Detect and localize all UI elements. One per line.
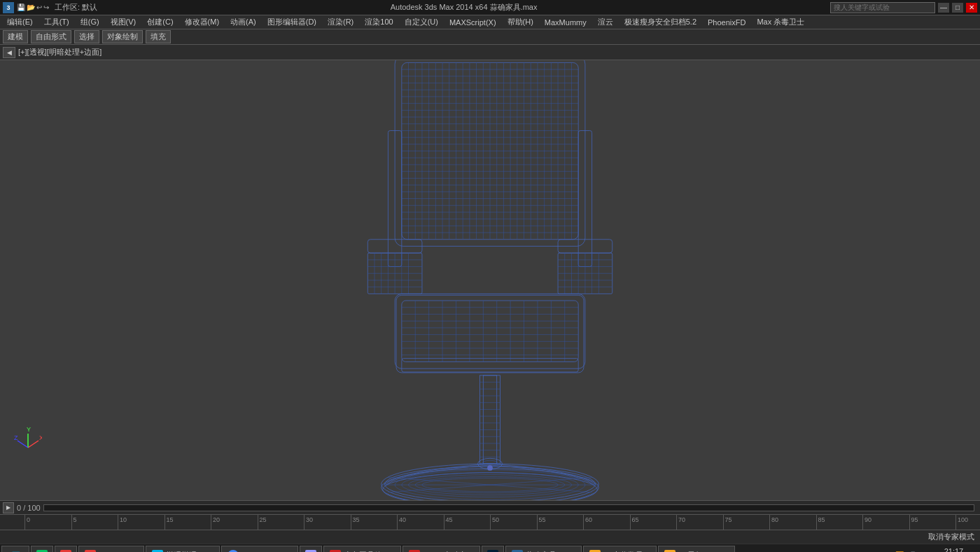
ruler-tick: 10 [118,515,127,530]
menu-item[interactable]: 创建(C) [141,15,178,29]
ruler: 0510152025303540455055606570758085909510… [0,514,980,530]
toolbar-btn-2[interactable]: 选择 [74,30,99,43]
menu-item[interactable]: 编辑(E) [1,15,38,29]
toolbar-btn-0[interactable]: 建模 [3,30,28,43]
minimize-button[interactable]: — [938,3,949,13]
youtube-window[interactable]: ● (2) YouTube ... [221,546,298,553]
icon4: ↪ [43,4,49,11]
search-input[interactable] [830,2,935,13]
folder-k-icon: 📁 [589,550,601,553]
app-logo: 3 [3,2,14,13]
workspace-label: 工作区: 默认 [55,2,97,13]
chrome-icon: ● [227,550,239,553]
xiaomao-window[interactable]: 丸 小丸工具箱 2... [323,546,401,553]
toolbar1: 建模自由形式选择对象绘制填充 [0,29,980,45]
icon3: ↩ [36,4,42,11]
adobe-ae-button[interactable]: Ae [300,546,322,553]
close-button[interactable]: ✕ [966,3,977,13]
system-tray: ▲ 📶 🔊 ⌨ 21:17 2021-02-27 [878,547,979,552]
menu-item[interactable]: 视图(V) [105,15,142,29]
camtasia-icon: C [60,550,71,553]
ruler-tick: 85 [816,515,825,530]
xiaomao-icon: 丸 [330,550,341,553]
photoshop-button[interactable]: Ps [482,546,504,553]
svg-line-137 [18,441,28,448]
menu-item[interactable]: 渲染(R) [322,15,359,29]
camtasia-window[interactable]: C Camtasia 9 [78,546,144,553]
titlebar-left: 3 💾 📂 ↩ ↪ 工作区: 默认 [3,2,97,13]
ruler-tick: 60 [583,515,592,530]
svg-rect-102 [402,359,578,372]
timeline-bar[interactable] [43,504,974,511]
axes-indicator: X Y Z [14,423,42,458]
svg-text:X: X [39,434,42,441]
menu-item[interactable]: 图形编辑器(D) [262,15,322,29]
svg-rect-80 [395,294,585,368]
ruler-tick: 20 [211,515,220,530]
bilibili-window[interactable]: 哔 拼哩拼哩（*... [146,546,220,553]
menu-item[interactable]: 渲云 [592,15,619,29]
wechat-icon: W [36,550,48,553]
ruler-tick: 80 [769,515,778,530]
svg-rect-105 [483,375,496,464]
svg-rect-104 [479,375,500,464]
menu-item[interactable]: 渲染100 [359,15,398,29]
ae-icon: Ae [305,550,316,553]
tray-network-icon: 📶 [894,550,905,553]
folder-e-window[interactable]: 📁 E:\天行2020\... [658,546,735,553]
menu-item[interactable]: 自定义(U) [399,15,444,29]
camtasia-icon-tray[interactable]: C [55,546,77,553]
chair-wireframe: .wf { stroke: #4466bb; stroke-width: 0.8… [343,60,637,500]
clock[interactable]: 21:17 2021-02-27 [932,547,976,552]
3dsmax-icon: 3 [512,550,523,553]
nav-left[interactable]: ◀ [3,47,15,58]
ruler-tick: 40 [397,515,406,530]
timeline-time: 0 / 100 [17,504,41,512]
wechat-button[interactable]: W [31,546,53,553]
menu-item[interactable]: PhoenixFD [702,17,751,28]
titlebar-title: Autodesk 3ds Max 2014 x64 蒜确家具.max [391,2,538,13]
menu-item[interactable]: 帮助(H) [502,15,539,29]
bilibili-icon: 哔 [152,550,163,553]
ruler-tick: 90 [862,515,872,530]
maximize-button[interactable]: □ [952,3,963,13]
svg-rect-103 [396,295,584,373]
menu-item[interactable]: 极速瘦身安全归档5.2 [619,15,702,29]
secondary-toolbar: ◀ [+][透视][明暗处理+边面] [0,45,980,60]
start-button[interactable]: ⊞ [1,546,29,553]
menu-item[interactable]: 工具(T) [38,15,75,29]
titlebar-icons: 💾 📂 ↩ ↪ [17,4,49,11]
menubar: 编辑(E)工具(T)组(G)视图(V)创建(C)修改器(M)动画(A)图形编辑器… [0,15,980,29]
menu-item[interactable]: MAXScript(X) [444,17,502,28]
ruler-tick: 45 [444,515,453,530]
menu-item[interactable]: 组(G) [75,15,105,29]
folder-k-window[interactable]: 📁 K:\古代数凤... [583,546,657,553]
file247-window[interactable]: 丸 №247电动办... [402,546,479,553]
statusbar: 取消专家模式 [0,530,980,544]
folder-e-icon: 📁 [664,550,676,553]
menu-item[interactable]: MaxMummy [539,17,592,28]
3dsmax-window[interactable]: 3 蒜确家具.ma... [505,546,582,553]
menu-item[interactable]: 修改器(M) [179,15,225,29]
file247-icon: 丸 [409,550,420,553]
icon2: 📂 [27,4,35,11]
viewport-info: [+][透视][明暗处理+边面] [18,47,102,57]
icon1: 💾 [17,4,25,11]
viewport-area: .wf { stroke: #4466bb; stroke-width: 0.8… [0,60,980,500]
toolbar-btn-3[interactable]: 对象绘制 [102,30,143,43]
play-button[interactable]: ▶ [3,502,14,513]
windows-logo-icon: ⊞ [11,548,20,552]
photoshop-icon: Ps [487,550,498,553]
toolbar-btn-4[interactable]: 填充 [146,30,171,43]
ruler-tick: 55 [537,515,546,530]
timeline: ▶ 0 / 100 [0,500,980,514]
titlebar-right: — □ ✕ [830,2,977,13]
ruler-tick: 30 [304,515,313,530]
toolbar-btn-1[interactable]: 自由形式 [31,30,71,43]
svg-line-133 [28,441,38,448]
status-text: 取消专家模式 [928,532,974,542]
svg-rect-81 [402,301,578,361]
ruler-tick: 65 [630,515,639,530]
menu-item[interactable]: 动画(A) [225,15,262,29]
menu-item[interactable]: Max 杀毒卫士 [751,15,810,29]
